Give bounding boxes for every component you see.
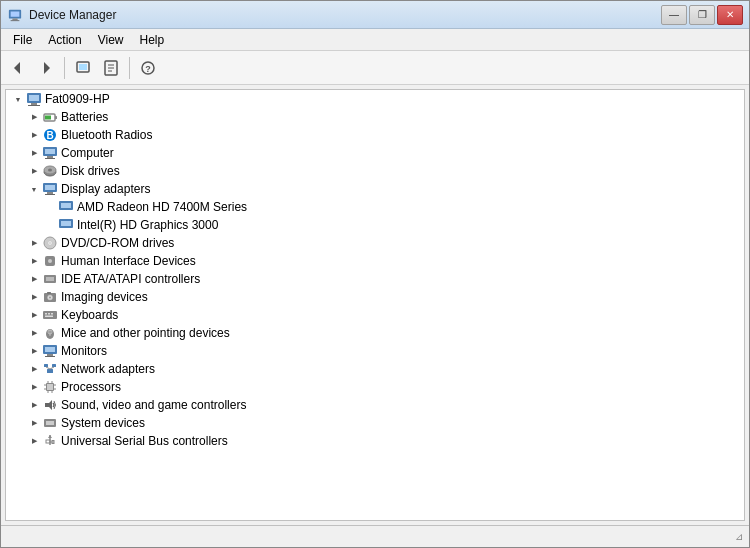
keyboards-expander[interactable] (26, 307, 42, 323)
bluetooth-expander[interactable] (26, 127, 42, 143)
svg-rect-44 (46, 277, 54, 281)
bluetooth-icon: B (42, 127, 58, 143)
restore-button[interactable]: ❐ (689, 5, 715, 25)
tree-node-amd[interactable]: AMD Radeon HD 7400M Series (6, 198, 744, 216)
hid-icon (42, 253, 58, 269)
svg-text:?: ? (145, 64, 151, 74)
tree-node-sound[interactable]: Sound, video and game controllers (6, 396, 744, 414)
svg-rect-7 (79, 64, 87, 70)
tree-node-processors[interactable]: Processors (6, 378, 744, 396)
svg-rect-25 (47, 156, 53, 158)
tree-node-imaging[interactable]: Imaging devices (6, 288, 744, 306)
tree-node-monitors[interactable]: Monitors (6, 342, 744, 360)
bluetooth-label: Bluetooth Radios (61, 128, 152, 142)
toolbar: ? (1, 51, 749, 85)
close-button[interactable]: ✕ (717, 5, 743, 25)
svg-rect-53 (45, 316, 53, 318)
display-expander[interactable] (26, 181, 42, 197)
show-hidden-button[interactable] (70, 55, 96, 81)
intel-icon (58, 217, 74, 233)
back-button[interactable] (5, 55, 31, 81)
svg-rect-62 (44, 364, 48, 367)
hid-expander[interactable] (26, 253, 42, 269)
svg-rect-51 (48, 313, 50, 315)
toolbar-separator-2 (129, 57, 130, 79)
tree-node-intel[interactable]: Intel(R) HD Graphics 3000 (6, 216, 744, 234)
main-content: Fat0909-HP Batteries (1, 85, 749, 525)
minimize-button[interactable]: — (661, 5, 687, 25)
svg-marker-4 (14, 62, 20, 74)
usb-icon (42, 433, 58, 449)
root-expander[interactable] (10, 91, 26, 107)
tree-node-ide[interactable]: IDE ATA/ATAPI controllers (6, 270, 744, 288)
svg-rect-49 (43, 311, 57, 319)
tree-node-computer[interactable]: Computer (6, 144, 744, 162)
svg-rect-60 (45, 356, 55, 357)
ide-expander[interactable] (26, 271, 42, 287)
system-expander[interactable] (26, 415, 42, 431)
amd-label: AMD Radeon HD 7400M Series (77, 200, 247, 214)
svg-rect-3 (11, 20, 20, 21)
menu-file[interactable]: File (5, 31, 40, 49)
processors-expander[interactable] (26, 379, 42, 395)
ide-label: IDE ATA/ATAPI controllers (61, 272, 200, 286)
properties-button[interactable] (98, 55, 124, 81)
svg-line-65 (50, 367, 54, 369)
svg-rect-1 (11, 11, 20, 16)
svg-rect-19 (45, 116, 51, 120)
svg-marker-5 (44, 62, 50, 74)
sound-expander[interactable] (26, 397, 42, 413)
diskdrives-expander[interactable] (26, 163, 42, 179)
tree-node-network[interactable]: Network adapters (6, 360, 744, 378)
imaging-label: Imaging devices (61, 290, 148, 304)
network-expander[interactable] (26, 361, 42, 377)
tree-node-batteries[interactable]: Batteries (6, 108, 744, 126)
menu-view[interactable]: View (90, 31, 132, 49)
svg-rect-2 (12, 18, 17, 20)
computer-expander[interactable] (26, 145, 42, 161)
svg-rect-35 (61, 203, 71, 208)
device-tree[interactable]: Fat0909-HP Batteries (5, 89, 745, 521)
device-manager-window: Device Manager — ❐ ✕ File Action View He… (0, 0, 750, 548)
menu-bar: File Action View Help (1, 29, 749, 51)
svg-rect-16 (31, 103, 37, 105)
tree-root[interactable]: Fat0909-HP (6, 90, 744, 108)
tree-node-mice[interactable]: Mice and other pointing devices (6, 324, 744, 342)
help-button[interactable]: ? (135, 55, 161, 81)
tree-node-bluetooth[interactable]: B Bluetooth Radios (6, 126, 744, 144)
svg-marker-76 (45, 400, 52, 410)
network-label: Network adapters (61, 362, 155, 376)
menu-action[interactable]: Action (40, 31, 89, 49)
mice-expander[interactable] (26, 325, 42, 341)
computer-icon (42, 145, 58, 161)
menu-help[interactable]: Help (132, 31, 173, 49)
diskdrives-label: Disk drives (61, 164, 120, 178)
svg-rect-26 (45, 158, 55, 159)
batteries-expander[interactable] (26, 109, 42, 125)
tree-node-usb[interactable]: Universal Serial Bus controllers (6, 432, 744, 450)
toolbar-separator-1 (64, 57, 65, 79)
network-icon (42, 361, 58, 377)
forward-button[interactable] (33, 55, 59, 81)
tree-node-diskdrives[interactable]: Disk drives (6, 162, 744, 180)
imaging-icon (42, 289, 58, 305)
svg-rect-48 (47, 292, 51, 294)
diskdrives-icon (42, 163, 58, 179)
usb-expander[interactable] (26, 433, 42, 449)
monitors-expander[interactable] (26, 343, 42, 359)
svg-text:B: B (46, 130, 53, 141)
title-bar: Device Manager — ❐ ✕ (1, 1, 749, 29)
tree-node-display[interactable]: Display adapters (6, 180, 744, 198)
tree-node-dvd[interactable]: DVD/CD-ROM drives (6, 234, 744, 252)
tree-node-hid[interactable]: Human Interface Devices (6, 252, 744, 270)
imaging-expander[interactable] (26, 289, 42, 305)
mice-icon (42, 325, 58, 341)
tree-node-keyboards[interactable]: Keyboards (6, 306, 744, 324)
monitors-icon (42, 343, 58, 359)
dvd-expander[interactable] (26, 235, 42, 251)
tree-node-system[interactable]: System devices (6, 414, 744, 432)
svg-point-42 (48, 259, 52, 263)
dvd-icon (42, 235, 58, 251)
processors-label: Processors (61, 380, 121, 394)
svg-rect-67 (47, 384, 53, 390)
